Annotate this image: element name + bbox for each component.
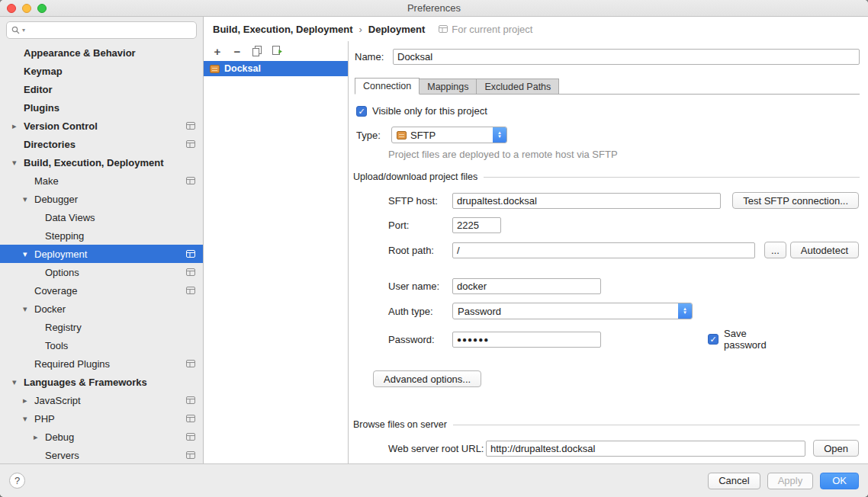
web-root-input[interactable] xyxy=(486,441,805,457)
for-current-project-label: For current project xyxy=(439,24,532,35)
sidebar-item-label: Debug xyxy=(45,431,74,443)
visible-only-checkbox[interactable]: ✓ xyxy=(356,106,367,117)
sidebar-item-debug[interactable]: ▸Debug xyxy=(0,428,203,446)
cancel-button[interactable]: Cancel xyxy=(708,473,760,489)
sftp-host-label: SFTP host: xyxy=(388,195,452,207)
sidebar-item-docker[interactable]: ▾Docker xyxy=(0,300,203,318)
user-name-input[interactable] xyxy=(452,278,601,294)
sidebar-item-javascript[interactable]: ▸JavaScript xyxy=(0,391,203,409)
chevron-down-icon[interactable]: ▾ xyxy=(23,304,34,314)
sidebar-item-make[interactable]: Make xyxy=(0,172,203,190)
sidebar-item-label: JavaScript xyxy=(34,395,81,406)
test-sftp-connection-button[interactable]: Test SFTP connection... xyxy=(732,192,859,209)
add-server-button[interactable]: + xyxy=(211,45,223,57)
project-settings-icon xyxy=(439,25,448,33)
tab-mappings[interactable]: Mappings xyxy=(419,79,477,95)
sidebar-item-label: Directories xyxy=(24,139,76,150)
sidebar-item-build-execution-deployment[interactable]: ▾Build, Execution, Deployment xyxy=(0,153,203,172)
name-input[interactable] xyxy=(393,49,860,65)
sidebar-item-php[interactable]: ▾PHP xyxy=(0,409,203,428)
copy-server-button[interactable] xyxy=(251,45,263,57)
root-path-input[interactable] xyxy=(452,242,755,258)
server-list: Docksal xyxy=(204,61,348,463)
sidebar-item-label: Options xyxy=(45,267,79,278)
web-root-row: Web server root URL: Open xyxy=(349,440,868,457)
type-value: SFTP xyxy=(410,130,436,141)
port-input[interactable] xyxy=(452,217,501,233)
sidebar-item-label: Tools xyxy=(45,340,68,351)
sidebar-item-deployment[interactable]: ▾Deployment xyxy=(0,245,203,263)
password-input[interactable] xyxy=(452,332,601,348)
chevron-right-icon[interactable]: ▸ xyxy=(23,396,34,406)
sidebar-item-appearance-behavior[interactable]: Appearance & Behavior xyxy=(0,43,203,62)
sidebar-item-plugins[interactable]: Plugins xyxy=(0,98,203,117)
sidebar-item-label: Make xyxy=(34,175,59,187)
window-title: Preferences xyxy=(0,2,868,14)
advanced-options-row: Advanced options... xyxy=(373,370,868,387)
zoom-window-button[interactable] xyxy=(37,4,47,13)
remove-server-button[interactable]: − xyxy=(231,45,243,57)
tab-connection[interactable]: Connection xyxy=(355,78,420,95)
apply-button[interactable]: Apply xyxy=(767,473,814,489)
search-input[interactable] xyxy=(27,25,191,36)
sidebar-item-data-views[interactable]: Data Views xyxy=(0,208,203,226)
help-button[interactable]: ? xyxy=(9,473,25,489)
dropdown-stepper-icon: ▲▼ xyxy=(493,127,506,143)
breadcrumb-part-parent[interactable]: Build, Execution, Deployment xyxy=(213,24,352,35)
sidebar-item-debugger[interactable]: ▾Debugger xyxy=(0,190,203,208)
sidebar-item-label: Appearance & Behavior xyxy=(24,47,136,59)
sidebar-item-required-plugins[interactable]: Required Plugins xyxy=(0,354,203,373)
project-settings-icon xyxy=(186,360,195,367)
type-dropdown[interactable]: SFTP ▲▼ xyxy=(391,127,507,143)
sidebar-item-editor[interactable]: Editor xyxy=(0,80,203,98)
user-name-label: User name: xyxy=(388,281,452,292)
search-field[interactable]: ▾ xyxy=(6,21,197,39)
sidebar-item-label: Debugger xyxy=(34,194,78,205)
upload-section-title: Upload/download project files xyxy=(353,172,860,182)
settings-sidebar: ▾ Appearance & BehaviorKeymapEditorPlugi… xyxy=(0,17,204,463)
auth-type-row: Auth type: Password ▲▼ xyxy=(349,303,868,319)
paste-server-button[interactable] xyxy=(271,45,283,57)
project-settings-icon xyxy=(186,122,195,130)
sftp-host-row: SFTP host: Test SFTP connection... xyxy=(349,192,868,209)
auth-type-label: Auth type: xyxy=(388,306,452,317)
sidebar-item-label: Build, Execution, Deployment xyxy=(24,157,163,168)
sidebar-item-coverage[interactable]: Coverage xyxy=(0,281,203,300)
name-label: Name: xyxy=(355,51,393,63)
server-item-docksal[interactable]: Docksal xyxy=(204,61,348,76)
sidebar-item-servers[interactable]: Servers xyxy=(0,446,203,463)
sidebar-item-label: Keymap xyxy=(24,66,63,77)
browse-root-path-button[interactable]: ... xyxy=(764,242,786,258)
sftp-host-input[interactable] xyxy=(452,193,721,209)
minimize-window-button[interactable] xyxy=(22,4,31,13)
sidebar-item-directories[interactable]: Directories xyxy=(0,135,203,153)
advanced-options-button[interactable]: Advanced options... xyxy=(373,370,481,387)
sidebar-item-label: Editor xyxy=(24,84,53,95)
tab-excluded-paths[interactable]: Excluded Paths xyxy=(476,79,559,95)
sidebar-item-languages-frameworks[interactable]: ▾Languages & Frameworks xyxy=(0,373,203,391)
sidebar-item-keymap[interactable]: Keymap xyxy=(0,62,203,80)
dropdown-stepper-icon: ▲▼ xyxy=(678,303,692,319)
chevron-down-icon[interactable]: ▾ xyxy=(23,194,34,204)
ok-button[interactable]: OK xyxy=(820,473,859,489)
save-password-checkbox[interactable]: ✓ xyxy=(708,334,719,345)
auth-type-dropdown[interactable]: Password ▲▼ xyxy=(452,303,693,319)
chevron-down-icon[interactable]: ▾ xyxy=(12,377,24,387)
chevron-down-icon[interactable]: ▾ xyxy=(23,414,34,424)
chevron-right-icon[interactable]: ▸ xyxy=(12,121,24,131)
sidebar-item-tools[interactable]: Tools xyxy=(0,336,203,354)
sidebar-item-registry[interactable]: Registry xyxy=(0,318,203,336)
root-path-label: Root path: xyxy=(388,245,452,256)
sidebar-item-version-control[interactable]: ▸Version Control xyxy=(0,117,203,135)
sidebar-item-stepping[interactable]: Stepping xyxy=(0,226,203,245)
close-window-button[interactable] xyxy=(7,4,16,13)
chevron-down-icon[interactable]: ▾ xyxy=(12,158,24,168)
sidebar-item-options[interactable]: Options xyxy=(0,263,203,281)
breadcrumb-separator: › xyxy=(358,24,362,35)
chevron-right-icon[interactable]: ▸ xyxy=(34,432,45,442)
chevron-down-icon[interactable]: ▾ xyxy=(23,249,34,259)
sidebar-item-label: Stepping xyxy=(45,230,84,242)
project-settings-icon xyxy=(186,250,195,258)
open-button[interactable]: Open xyxy=(813,440,859,457)
autodetect-button[interactable]: Autodetect xyxy=(790,242,859,258)
